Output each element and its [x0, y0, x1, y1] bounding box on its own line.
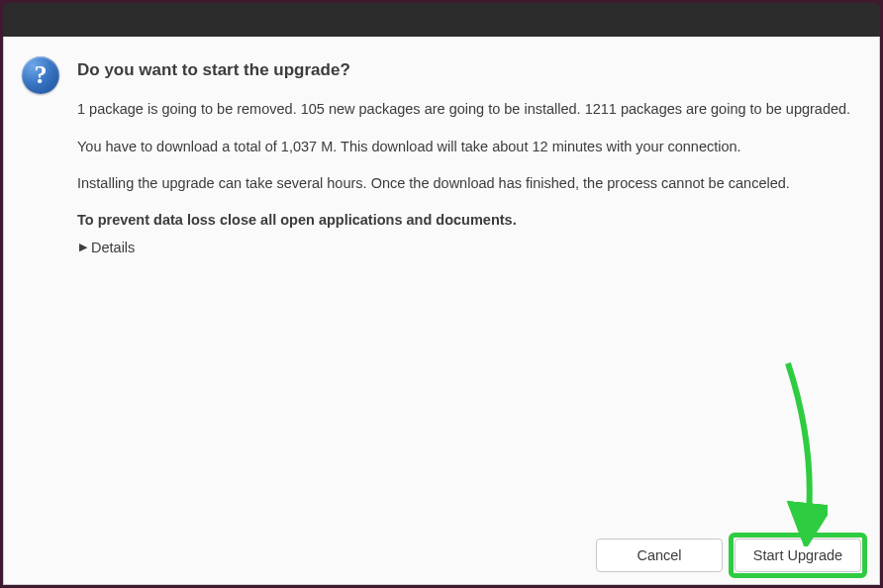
dialog-warning-bold: To prevent data loss close all open appl…	[77, 212, 861, 228]
titlebar[interactable]	[3, 3, 880, 37]
start-upgrade-button[interactable]: Start Upgrade	[735, 539, 861, 572]
text-column: Do you want to start the upgrade? 1 pack…	[77, 54, 861, 531]
icon-column: ?	[22, 54, 59, 531]
question-mark-glyph: ?	[35, 62, 48, 88]
start-upgrade-highlight: Start Upgrade	[735, 539, 861, 572]
details-expander[interactable]: ▶ Details	[79, 240, 861, 255]
content-row: ? Do you want to start the upgrade? 1 pa…	[22, 54, 861, 531]
dialog-body: ? Do you want to start the upgrade? 1 pa…	[3, 37, 880, 585]
dialog-line-install: Installing the upgrade can take several …	[77, 174, 861, 194]
expander-triangle-icon: ▶	[79, 241, 87, 253]
dialog-heading: Do you want to start the upgrade?	[77, 60, 861, 80]
button-row: Cancel Start Upgrade	[22, 531, 861, 572]
cancel-button[interactable]: Cancel	[596, 539, 723, 572]
details-label: Details	[91, 240, 135, 255]
dialog-line-packages: 1 package is going to be removed. 105 ne…	[77, 100, 861, 120]
window-frame: ? Do you want to start the upgrade? 1 pa…	[0, 0, 883, 588]
question-icon: ?	[22, 56, 59, 94]
dialog-line-download: You have to download a total of 1,037 M.…	[77, 138, 861, 157]
